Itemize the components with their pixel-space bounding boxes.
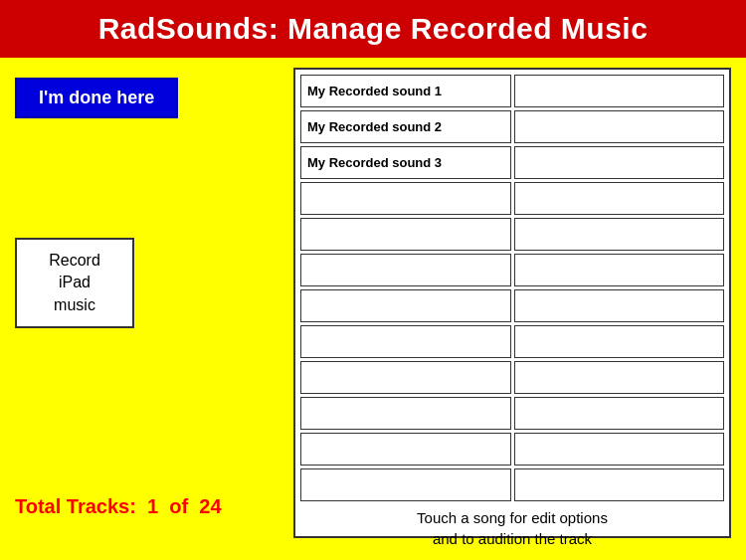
track-action-7[interactable] [514, 289, 725, 322]
track-action-3[interactable] [514, 146, 725, 179]
total-tracks: Total Tracks: 1 of 24 [15, 495, 222, 528]
total-tracks-max: 24 [199, 495, 221, 517]
track-name-12[interactable] [300, 468, 511, 501]
track-name-3[interactable]: My Recorded sound 3 [300, 146, 511, 179]
app-header: RadSounds: Manage Recorded Music [0, 0, 746, 58]
record-button-line2: iPad music [54, 274, 95, 312]
track-action-1[interactable] [514, 75, 725, 107]
track-action-5[interactable] [514, 218, 725, 251]
main-content: I'm done here Record iPad music Total Tr… [0, 58, 746, 548]
app-title: RadSounds: Manage Recorded Music [10, 12, 736, 46]
track-name-10[interactable] [300, 397, 511, 430]
track-name-1[interactable]: My Recorded sound 1 [300, 75, 511, 107]
track-name-2[interactable]: My Recorded sound 2 [300, 110, 511, 143]
track-action-10[interactable] [514, 397, 725, 430]
track-action-2[interactable] [514, 110, 725, 143]
total-tracks-label: Total Tracks: [15, 495, 136, 517]
track-name-4[interactable] [300, 182, 511, 215]
track-name-5[interactable] [300, 218, 511, 251]
track-name-9[interactable] [300, 361, 511, 394]
track-action-12[interactable] [514, 468, 725, 501]
record-button-line1: Record [49, 252, 100, 269]
total-tracks-separator: of [169, 495, 188, 517]
track-name-8[interactable] [300, 325, 511, 358]
track-name-7[interactable] [300, 289, 511, 322]
track-action-8[interactable] [514, 325, 725, 358]
track-action-9[interactable] [514, 361, 725, 394]
track-name-6[interactable] [300, 254, 511, 286]
footer-hint: Touch a song for edit optionsand to audi… [300, 501, 724, 553]
done-button[interactable]: I'm done here [15, 78, 178, 118]
tracks-grid: My Recorded sound 1 My Recorded sound 2 … [300, 75, 724, 501]
total-tracks-current: 1 [147, 495, 158, 517]
record-ipad-button[interactable]: Record iPad music [15, 238, 134, 328]
track-action-6[interactable] [514, 254, 725, 286]
track-name-11[interactable] [300, 433, 511, 466]
right-panel: My Recorded sound 1 My Recorded sound 2 … [293, 68, 731, 538]
track-action-4[interactable] [514, 182, 725, 215]
track-action-11[interactable] [514, 433, 725, 466]
left-panel: I'm done here Record iPad music Total Tr… [15, 68, 283, 538]
